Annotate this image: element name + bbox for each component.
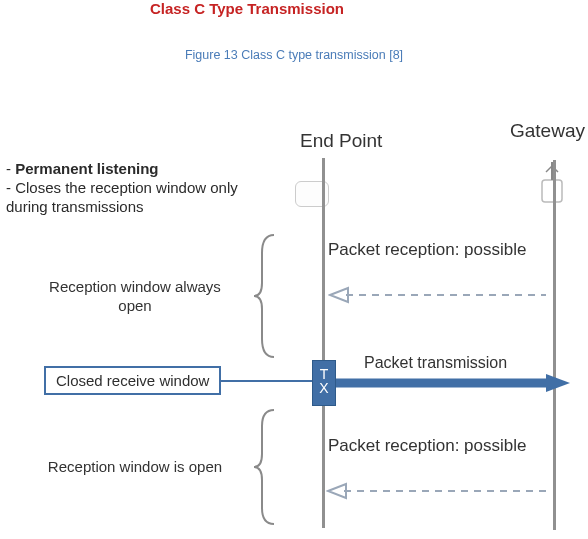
phase-bottom-label: Reception window is open <box>30 458 240 477</box>
tx-letter-x: X <box>313 381 335 395</box>
brace-bottom-icon <box>254 408 276 526</box>
gateway-timeline <box>553 160 556 530</box>
tx-block: T X <box>312 360 336 406</box>
diagram-stage: End Point Gateway - Permanent listening … <box>0 108 588 538</box>
description-text: - Permanent listening - Closes the recep… <box>6 160 266 216</box>
arrow-rx-bottom <box>326 480 550 502</box>
annotation-tx: Packet transmission <box>364 354 507 372</box>
gateway-device-icon <box>534 160 570 206</box>
endpoint-timeline <box>322 158 325 528</box>
annotation-rx-bottom: Packet reception: possible <box>328 436 526 456</box>
svg-marker-9 <box>328 484 346 498</box>
page-title: Class C Type Transmission <box>150 0 344 17</box>
endpoint-label: End Point <box>300 130 382 152</box>
figure-caption: Figure 13 Class C type transmission [8] <box>0 48 588 62</box>
tx-letter-t: T <box>313 367 335 381</box>
closed-window-label: Closed receive window <box>44 366 221 395</box>
closed-window-connector <box>218 380 312 382</box>
brace-top-icon <box>254 233 276 359</box>
svg-rect-0 <box>542 180 562 202</box>
svg-marker-5 <box>330 288 348 302</box>
desc-line2: - Closes the reception window only durin… <box>6 179 238 215</box>
arrow-rx-top <box>328 284 550 306</box>
phase-top-label: Reception window always open <box>40 278 230 316</box>
gateway-label: Gateway <box>510 120 585 142</box>
annotation-rx-top: Packet reception: possible <box>328 240 526 260</box>
arrow-tx <box>336 374 570 392</box>
desc-line1: Permanent listening <box>15 160 158 177</box>
svg-marker-7 <box>546 374 570 392</box>
